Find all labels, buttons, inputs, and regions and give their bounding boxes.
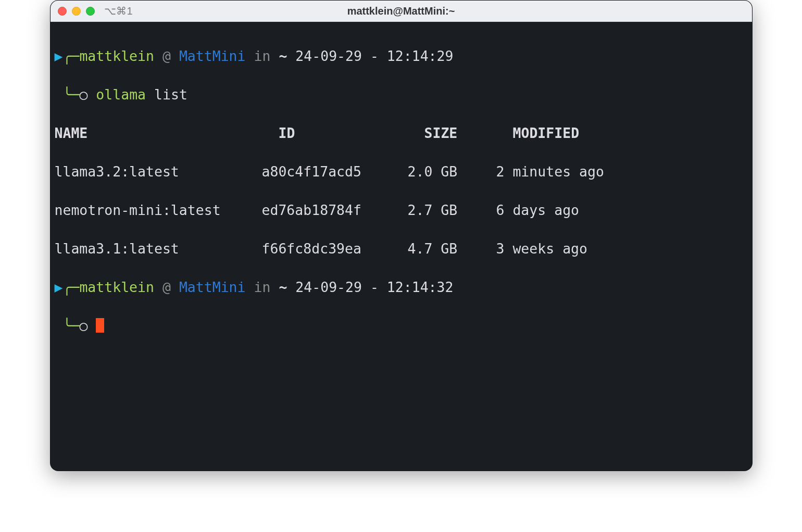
command-name: ollama (96, 86, 146, 103)
header-id: ID (279, 123, 424, 143)
prompt-arrow-icon: ▶ (55, 48, 63, 64)
header-name: NAME (55, 123, 279, 143)
terminal-content[interactable]: ▶╭─mattklein @ MattMini in ~ 24-09-29 - … (51, 22, 752, 378)
prompt-line-2-bottom[interactable]: ╰─○ (55, 316, 748, 335)
traffic-lights (58, 7, 95, 16)
prompt-at: @ (162, 279, 171, 295)
cell-modified: 2 minutes ago (496, 163, 604, 180)
command-args: list (154, 86, 187, 103)
prompt-host: MattMini (179, 48, 246, 64)
cell-modified: 6 days ago (496, 202, 580, 218)
prompt-line-1-bottom: ╰─○ ollama list (55, 85, 748, 104)
prompt-at: @ (162, 48, 171, 64)
prompt-corner-icon: ╰─ (62, 86, 79, 103)
cell-size: 4.7 GB (408, 239, 496, 258)
table-row: nemotron-mini:latested76ab18784f2.7 GB6 … (55, 200, 748, 220)
cell-name: llama3.2:latest (55, 162, 262, 181)
prompt-line-1-top: ▶╭─mattklein @ MattMini in ~ 24-09-29 - … (55, 46, 748, 66)
table-row: llama3.2:latesta80c4f17acd52.0 GB2 minut… (55, 162, 748, 181)
minimize-button-icon[interactable] (72, 7, 81, 16)
prompt-knot-icon: ○ (79, 318, 87, 334)
prompt-time: 24-09-29 - 12:14:29 (295, 48, 453, 64)
cell-id: f66fc8dc39ea (262, 239, 408, 258)
table-header-row: NAMEIDSIZEMODIFIED (55, 123, 748, 143)
cell-size: 2.0 GB (408, 162, 496, 181)
cursor-icon (96, 318, 104, 333)
prompt-user: mattklein (79, 48, 154, 64)
header-modified: MODIFIED (513, 125, 580, 141)
prompt-corner-icon: ╰─ (62, 318, 79, 334)
cell-name: nemotron-mini:latest (55, 200, 262, 220)
window-title: mattklein@MattMini:~ (51, 5, 752, 17)
prompt-user: mattklein (79, 279, 154, 295)
prompt-corner-icon: ╭─ (62, 279, 79, 295)
prompt-knot-icon: ○ (79, 86, 87, 103)
prompt-line-2-top: ▶╭─mattklein @ MattMini in ~ 24-09-29 - … (55, 277, 748, 297)
zoom-button-icon[interactable] (86, 7, 95, 16)
prompt-in: in (254, 48, 271, 64)
prompt-arrow-icon: ▶ (55, 279, 63, 295)
cell-name: llama3.1:latest (55, 239, 262, 258)
cell-id: ed76ab18784f (262, 200, 408, 220)
terminal-window: ⌥⌘1 mattklein@MattMini:~ ▶╭─mattklein @ … (50, 0, 753, 471)
cell-size: 2.7 GB (408, 200, 496, 220)
prompt-corner-icon: ╭─ (62, 48, 79, 64)
prompt-time: 24-09-29 - 12:14:32 (295, 279, 453, 295)
cell-id: a80c4f17acd5 (262, 162, 408, 181)
shortcut-indicator: ⌥⌘1 (104, 5, 133, 17)
prompt-host: MattMini (179, 279, 246, 295)
prompt-dir: ~ (279, 279, 287, 295)
table-row: llama3.1:latestf66fc8dc39ea4.7 GB3 weeks… (55, 239, 748, 258)
cell-modified: 3 weeks ago (496, 240, 588, 257)
prompt-in: in (254, 279, 271, 295)
titlebar[interactable]: ⌥⌘1 mattklein@MattMini:~ (51, 1, 752, 22)
close-button-icon[interactable] (58, 7, 67, 16)
header-size: SIZE (424, 123, 513, 143)
prompt-dir: ~ (279, 48, 287, 64)
